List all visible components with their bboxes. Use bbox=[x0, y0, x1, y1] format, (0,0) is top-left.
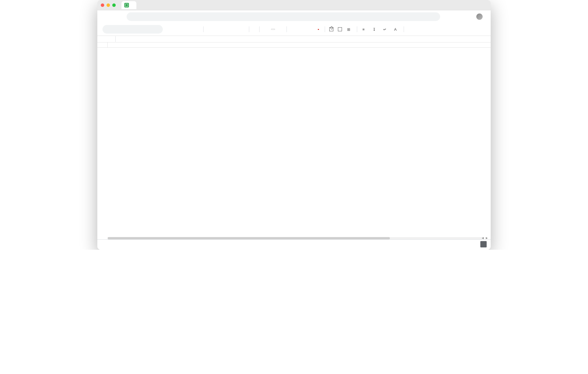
explore-button[interactable] bbox=[480, 241, 487, 247]
titlebar bbox=[97, 0, 491, 10]
fullscreen-window-button[interactable] bbox=[112, 3, 116, 7]
back-button[interactable] bbox=[101, 14, 105, 19]
formula-bar bbox=[97, 36, 491, 42]
link-button[interactable] bbox=[407, 26, 414, 33]
addressbar-actions bbox=[444, 13, 487, 20]
scroll-arrows[interactable]: ◀ ▶ bbox=[482, 237, 488, 239]
strikethrough-button[interactable] bbox=[307, 26, 314, 33]
percent-button[interactable] bbox=[217, 26, 224, 33]
sheets-toolbar: ⊞ ≡ ↧ ↵ A bbox=[97, 23, 491, 36]
column-headers bbox=[97, 42, 491, 48]
forward-button[interactable] bbox=[109, 14, 114, 19]
profile-avatar[interactable] bbox=[476, 13, 483, 20]
reload-button[interactable] bbox=[118, 14, 123, 19]
rotate-button[interactable]: A bbox=[392, 26, 399, 33]
wrap-button[interactable]: ↵ bbox=[381, 26, 388, 33]
redo-button[interactable] bbox=[175, 26, 182, 33]
sheets-favicon bbox=[124, 3, 129, 7]
fill-color-button[interactable] bbox=[328, 26, 335, 33]
italic-button[interactable] bbox=[300, 26, 307, 33]
halign-button[interactable]: ≡ bbox=[360, 26, 367, 33]
traffic-lights bbox=[101, 3, 116, 7]
search-menus-input[interactable] bbox=[102, 25, 163, 34]
horizontal-scrollbar[interactable] bbox=[108, 237, 484, 239]
close-window-button[interactable] bbox=[101, 3, 104, 7]
currency-button[interactable] bbox=[209, 26, 216, 33]
spreadsheet-grid[interactable]: ◀ ▶ bbox=[97, 42, 491, 239]
browser-tab[interactable] bbox=[121, 1, 136, 9]
minimize-window-button[interactable] bbox=[107, 3, 110, 7]
valign-button[interactable]: ↧ bbox=[371, 26, 378, 33]
select-all-corner[interactable] bbox=[97, 42, 108, 47]
functions-button[interactable] bbox=[441, 26, 448, 33]
sheet-tabs-bar bbox=[97, 239, 491, 250]
paint-format-button[interactable] bbox=[190, 26, 197, 33]
url-field[interactable] bbox=[127, 12, 440, 21]
more-formats-button[interactable] bbox=[239, 26, 246, 33]
comment-button[interactable] bbox=[415, 26, 422, 33]
font-size-input[interactable] bbox=[271, 29, 275, 30]
increase-font-button[interactable] bbox=[277, 26, 284, 33]
chart-button[interactable] bbox=[424, 26, 431, 33]
undo-button[interactable] bbox=[167, 26, 174, 33]
increase-decimal-button[interactable] bbox=[232, 26, 239, 33]
filter-button[interactable] bbox=[433, 26, 440, 33]
scrollbar-thumb[interactable] bbox=[108, 237, 390, 239]
merge-button[interactable]: ⊞ bbox=[345, 26, 352, 33]
browser-window: ⊞ ≡ ↧ ↵ A ◀ ▶ bbox=[97, 0, 491, 250]
decrease-decimal-button[interactable] bbox=[224, 26, 231, 33]
bold-button[interactable] bbox=[293, 26, 299, 33]
print-button[interactable] bbox=[182, 26, 189, 33]
decrease-font-button[interactable] bbox=[262, 26, 269, 33]
borders-button[interactable] bbox=[336, 26, 343, 33]
addressbar bbox=[97, 10, 491, 23]
